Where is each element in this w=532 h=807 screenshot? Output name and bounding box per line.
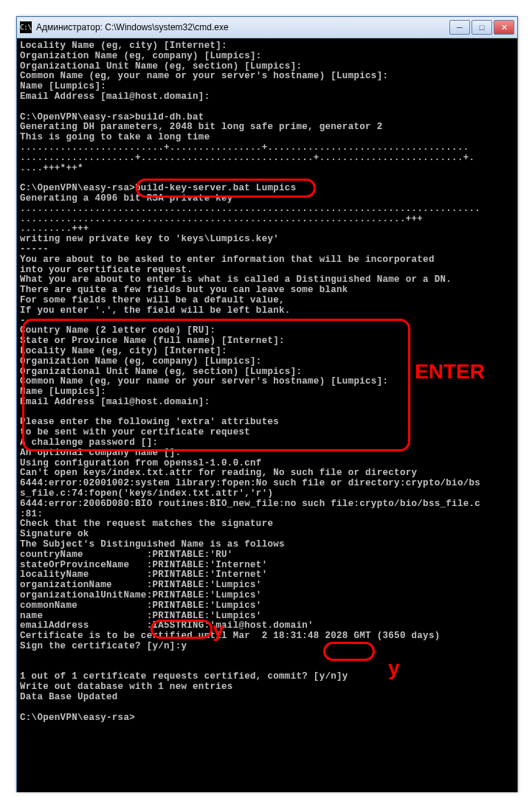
terminal-line: Sign the certificate? [y/n]:y [20,642,514,652]
terminal-line: Email Address [mail@host.domain]: [20,92,514,103]
terminal-line: Organizational Unit Name (eg, section) [… [20,62,514,72]
terminal-line: 1 out of 1 certificate requests certifie… [20,672,514,682]
terminal-line: emailAddress :IA5STRING:'mail@host.domai… [20,621,514,631]
terminal-line: name :PRINTABLE:'Lumpics' [20,612,514,622]
terminal-line: There are quite a few fields but you can… [20,285,514,296]
terminal-line: ----- [20,245,514,255]
terminal-line: Please enter the following 'extra' attri… [20,418,514,428]
terminal-line: Organization Name (eg, company) [Lumpics… [20,357,514,367]
terminal-line: Common Name (eg, your name or your serve… [20,377,514,387]
terminal-line: commonName :PRINTABLE:'Lumpics' [20,601,514,612]
terminal-line: s_file.c:74:fopen('keys/index.txt.attr',… [20,489,514,499]
cmd-window: C:\ Администратор: C:\Windows\system32\c… [16,16,518,792]
terminal-line: Country Name (2 letter code) [RU]: [20,326,514,336]
terminal-line: Data Base Updated [20,693,514,703]
terminal-line: You are about to be asked to enter infor… [20,255,514,266]
terminal-line: Organization Name (eg, company) [Lumpics… [20,52,514,62]
terminal-line: C:\OpenVPN\easy-rsa> [20,713,514,724]
terminal-line: writing new private key to 'keys\Lumpics… [20,235,514,245]
terminal-line: Generating a 4096 bit RSA private key [20,194,514,204]
terminal-line: State or Province Name (full name) [Inte… [20,336,514,347]
terminal-line: Name [Lumpics]: [20,387,514,398]
terminal-line: If you enter '.', the field will be left… [20,306,514,316]
titlebar[interactable]: C:\ Администратор: C:\Windows\system32\c… [17,17,517,38]
window-title: Администратор: C:\Windows\system32\cmd.e… [36,22,449,32]
cmd-icon: C:\ [20,21,32,33]
terminal-line: C:\OpenVPN\easy-rsa>build-key-server.bat… [20,184,514,194]
terminal-line: Name [Lumpics]: [20,82,514,92]
terminal-line: Locality Name (eg, city) [Internet]: [20,41,514,52]
terminal-line: ........................................… [20,204,514,215]
terminal-line: ........................................… [20,215,514,225]
terminal-line: Check that the request matches the signa… [20,519,514,530]
terminal-line: Can't open keys/index.txt.attr for readi… [20,468,514,479]
terminal-line: Common Name (eg, your name or your serve… [20,72,514,82]
terminal-line: organizationalUnitName:PRINTABLE:'Lumpic… [20,591,514,601]
terminal-line: Signature ok [20,530,514,540]
terminal-line: The Subject's Distinguished Name is as f… [20,540,514,550]
terminal-line: localityName :PRINTABLE:'Internet' [20,570,514,581]
terminal-line: This is going to take a long time [20,133,514,143]
terminal-line: What you are about to enter is what is c… [20,275,514,285]
terminal-line: 6444:error:02001002:system library:fopen… [20,479,514,489]
terminal-line: C:\OpenVPN\easy-rsa>build-dh.bat [20,113,514,123]
terminal-line: into your certificate request. [20,266,514,276]
terminal-line: ....+++*++* [20,164,514,174]
terminal-line [20,408,514,418]
terminal-line: An optional company name []: [20,448,514,459]
terminal-line: ....................+...................… [20,153,514,164]
terminal-line: countryName :PRINTABLE:'RU' [20,550,514,561]
terminal-line: ----- [20,316,514,327]
minimize-button[interactable]: ─ [449,20,470,35]
terminal-line [20,652,514,662]
terminal-line: A challenge password []: [20,438,514,448]
window-controls: ─ □ ✕ [449,20,514,35]
terminal-line: For some fields there will be a default … [20,296,514,306]
terminal-line: .........................+..............… [20,143,514,153]
terminal-line [20,662,514,673]
terminal-output[interactable]: Locality Name (eg, city) [Internet]:Orga… [17,38,517,792]
terminal-line: :81: [20,510,514,520]
terminal-line: 6444:error:2006D080:BIO routines:BIO_new… [20,499,514,510]
terminal-line: Using configuration from openssl-1.0.0.c… [20,459,514,469]
terminal-line: Locality Name (eg, city) [Internet]: [20,347,514,357]
terminal-line: Organizational Unit Name (eg, section) [… [20,367,514,378]
terminal-line: Write out database with 1 new entries [20,682,514,693]
terminal-line: Email Address [mail@host.domain]: [20,398,514,408]
terminal-line: .........+++ [20,224,514,235]
terminal-line: stateOrProvinceName :PRINTABLE:'Internet… [20,561,514,571]
terminal-line: organizationName :PRINTABLE:'Lumpics' [20,581,514,591]
terminal-line: Generating DH parameters, 2048 bit long … [20,122,514,133]
maximize-button[interactable]: □ [471,20,492,35]
terminal-line: to be sent with your certificate request [20,428,514,438]
terminal-line [20,173,514,184]
terminal-line: Certificate is to be certified until Mar… [20,631,514,642]
terminal-line [20,103,514,113]
close-button[interactable]: ✕ [494,20,514,35]
terminal-line [20,703,514,713]
